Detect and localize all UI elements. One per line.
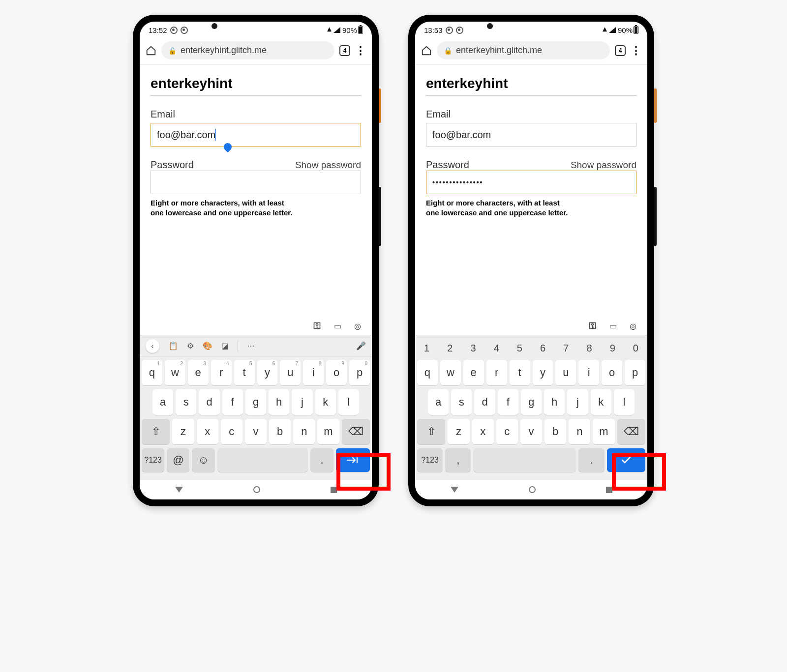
key-j[interactable]: j	[292, 389, 312, 415]
key-g[interactable]: g	[521, 389, 542, 415]
key-w[interactable]: w	[440, 360, 461, 385]
key-s[interactable]: s	[451, 389, 472, 415]
key-k[interactable]: k	[315, 389, 336, 415]
key-o[interactable]: o9	[326, 360, 347, 385]
period-key[interactable]: .	[310, 448, 333, 472]
card-icon[interactable]: ▭	[334, 321, 341, 331]
key-9[interactable]: 9	[601, 335, 624, 361]
key-z[interactable]: z	[448, 419, 469, 444]
password-field[interactable]	[151, 171, 361, 194]
back-nav-icon[interactable]	[175, 487, 183, 493]
home-nav-icon[interactable]	[253, 486, 260, 493]
key-g[interactable]: g	[245, 389, 266, 415]
key-q[interactable]: q1	[142, 360, 162, 385]
card-icon[interactable]: ▭	[609, 321, 617, 331]
key-0[interactable]: 0	[624, 335, 647, 361]
key-b[interactable]: b	[545, 419, 566, 444]
clipboard-icon[interactable]: 📋	[168, 341, 178, 351]
key-4[interactable]: 4	[485, 335, 508, 361]
key-2[interactable]: 2	[438, 335, 461, 361]
key-q[interactable]: q	[417, 360, 438, 385]
key-c[interactable]: c	[221, 419, 242, 444]
key-h[interactable]: h	[544, 389, 565, 415]
key-u[interactable]: u	[555, 360, 576, 385]
menu-icon[interactable]: ⋮	[355, 44, 366, 57]
key-1[interactable]: 1	[415, 335, 438, 361]
key-f[interactable]: f	[222, 389, 243, 415]
key-5[interactable]: 5	[508, 335, 531, 361]
key-l[interactable]: l	[614, 389, 635, 415]
comma-key[interactable]: ,	[445, 448, 471, 472]
home-icon[interactable]	[421, 45, 432, 56]
shift-key[interactable]: ⇧	[142, 419, 170, 444]
key-e[interactable]: e	[463, 360, 484, 385]
key-t[interactable]: t5	[234, 360, 255, 385]
key-icon[interactable]: ⚿	[313, 321, 321, 331]
key-b[interactable]: b	[269, 419, 291, 444]
chevron-left-icon[interactable]: ‹	[146, 339, 159, 353]
enter-key-next[interactable]	[336, 448, 370, 472]
show-password-toggle[interactable]: Show password	[571, 160, 636, 171]
key-a[interactable]: a	[428, 389, 449, 415]
key-k[interactable]: k	[591, 389, 611, 415]
tab-switcher[interactable]: 4	[339, 45, 350, 56]
key-c[interactable]: c	[496, 419, 518, 444]
address-bar[interactable]: 🔒 enterkeyhint.glitch.me	[161, 41, 334, 59]
symbols-key[interactable]: ?123	[142, 448, 164, 472]
key-p[interactable]: p0	[349, 360, 370, 385]
period-key[interactable]: .	[578, 448, 604, 472]
space-key[interactable]	[473, 448, 576, 472]
key-n[interactable]: n	[569, 419, 590, 444]
enter-key-done[interactable]	[607, 448, 645, 472]
location-icon[interactable]: ◎	[630, 321, 636, 331]
key-i[interactable]: i8	[303, 360, 324, 385]
password-field[interactable]: •••••••••••••••	[426, 171, 636, 194]
symbols-key[interactable]: ?123	[417, 448, 443, 472]
key-n[interactable]: n	[293, 419, 315, 444]
address-bar[interactable]: 🔒 enterkeyhint.glitch.me	[437, 41, 610, 59]
at-key[interactable]: @	[167, 448, 189, 472]
key-e[interactable]: e3	[188, 360, 209, 385]
key-l[interactable]: l	[338, 389, 359, 415]
email-field[interactable]: foo@bar.com	[426, 123, 636, 146]
key-m[interactable]: m	[317, 419, 339, 444]
tab-switcher[interactable]: 4	[615, 45, 626, 56]
space-key[interactable]	[217, 448, 308, 472]
home-nav-icon[interactable]	[529, 486, 536, 493]
key-r[interactable]: r	[486, 360, 507, 385]
location-icon[interactable]: ◎	[354, 321, 361, 331]
mic-off-icon[interactable]: 🎤	[356, 341, 366, 351]
key-icon[interactable]: ⚿	[589, 321, 597, 331]
menu-icon[interactable]: ⋮	[631, 44, 641, 57]
email-field[interactable]: foo@bar.com	[151, 123, 361, 146]
recents-nav-icon[interactable]	[606, 487, 612, 493]
key-f[interactable]: f	[498, 389, 518, 415]
key-w[interactable]: w2	[165, 360, 185, 385]
gear-icon[interactable]: ⚙	[187, 341, 194, 351]
key-z[interactable]: z	[172, 419, 194, 444]
key-i[interactable]: i	[578, 360, 599, 385]
home-icon[interactable]	[146, 45, 156, 56]
key-h[interactable]: h	[269, 389, 289, 415]
key-o[interactable]: o	[602, 360, 622, 385]
key-d[interactable]: d	[199, 389, 219, 415]
key-3[interactable]: 3	[461, 335, 484, 361]
key-v[interactable]: v	[245, 419, 267, 444]
sticker-icon[interactable]: ◪	[221, 341, 229, 351]
text-handle[interactable]	[222, 142, 234, 153]
key-7[interactable]: 7	[554, 335, 577, 361]
key-s[interactable]: s	[176, 389, 196, 415]
key-d[interactable]: d	[474, 389, 495, 415]
key-y[interactable]: y6	[257, 360, 278, 385]
backspace-key[interactable]: ⌫	[342, 419, 370, 444]
key-t[interactable]: t	[510, 360, 530, 385]
shift-key[interactable]: ⇧	[417, 419, 445, 444]
backspace-key[interactable]: ⌫	[617, 419, 645, 444]
key-y[interactable]: y	[533, 360, 553, 385]
key-8[interactable]: 8	[577, 335, 601, 361]
recents-nav-icon[interactable]	[331, 487, 337, 493]
key-j[interactable]: j	[567, 389, 588, 415]
key-u[interactable]: u7	[280, 360, 301, 385]
key-p[interactable]: p	[625, 360, 645, 385]
key-a[interactable]: a	[152, 389, 173, 415]
